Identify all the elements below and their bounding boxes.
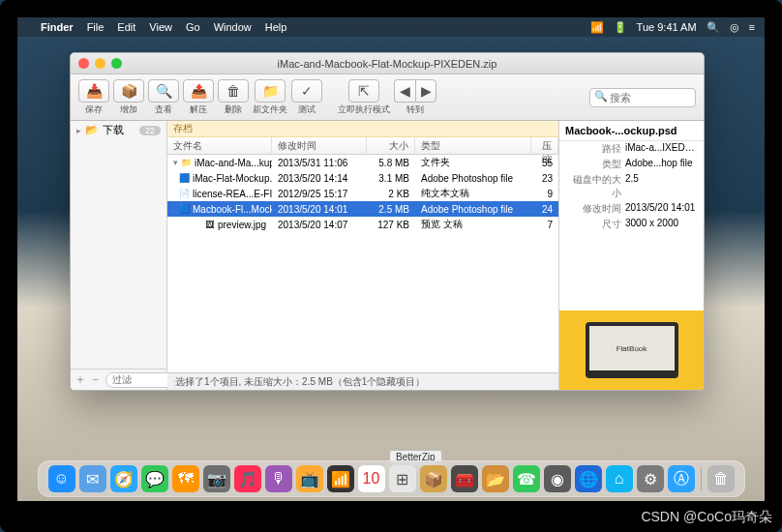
sidebar: ▸ 📂 下载 22 ＋ －	[71, 121, 167, 390]
menu-window[interactable]: Window	[214, 21, 252, 33]
app-menu[interactable]: Finder	[41, 21, 74, 33]
file-date: 2013/5/20 14:07	[272, 220, 367, 230]
desktop: Finder File Edit View Go Window Help 📶 🔋…	[17, 17, 765, 501]
col-name[interactable]: 文件名	[167, 137, 272, 154]
inspector-key: 尺寸	[565, 218, 621, 231]
menubar: Finder File Edit View Go Window Help 📶 🔋…	[17, 17, 765, 37]
dock-app[interactable]: 🗺	[172, 465, 199, 492]
file-size: 127 KB	[367, 220, 415, 230]
clock[interactable]: Tue 9:41 AM	[637, 21, 697, 33]
nav-fwd[interactable]: ▶	[415, 79, 436, 103]
dock-app[interactable]: 📺	[296, 465, 323, 492]
inspector-value: 3000 x 2000	[625, 218, 698, 231]
inspector-key: 修改时间	[565, 202, 621, 216]
tool-1[interactable]: 📦	[113, 79, 144, 103]
nav-back[interactable]: ◀	[394, 79, 415, 103]
dock-app[interactable]: ◉	[544, 465, 571, 492]
dock-app[interactable]: ☺	[48, 465, 75, 492]
table-row[interactable]: 📄license-REA...E-FIRST.txt2012/9/25 15:1…	[167, 186, 558, 201]
dock-app[interactable]: 💬	[141, 465, 168, 492]
inspector-value: 2013/5/20 14:01	[625, 202, 698, 216]
search-input[interactable]	[589, 88, 696, 107]
inspector-preview: FlatBook	[559, 310, 704, 390]
menu-go[interactable]: Go	[186, 21, 200, 33]
file-size: 5.8 MB	[367, 158, 415, 168]
tool-4[interactable]: 🗑	[218, 79, 249, 103]
dock-app[interactable]: ☎	[513, 465, 540, 492]
spotlight-icon[interactable]: 🔍	[707, 21, 720, 34]
disclosure-icon[interactable]: ▾	[173, 158, 178, 167]
toolbar: 📥保存📦增加🔍查看📤解压🗑删除📁新文件夹✓测试⇱立即执行模式◀▶转到	[71, 74, 704, 121]
dock-trash[interactable]: 🗑	[707, 465, 735, 492]
tool-3[interactable]: 📤	[183, 79, 214, 103]
sidebar-item-downloads[interactable]: ▸ 📂 下载 22	[71, 121, 166, 139]
zoom-button[interactable]	[111, 58, 122, 69]
sidebar-badge: 22	[139, 126, 161, 135]
dock-app[interactable]: ⊞	[389, 465, 416, 492]
col-size[interactable]: 大小	[367, 137, 415, 154]
menu-edit[interactable]: Edit	[117, 21, 135, 33]
table-row[interactable]: 🟦Macbook-Fl...Mockup.psd2013/5/20 14:012…	[167, 201, 558, 217]
tool-6[interactable]: ✓	[291, 79, 322, 103]
dock-app[interactable]: 🧰	[451, 465, 478, 492]
dock-app[interactable]: 📶	[327, 465, 354, 492]
menu-help[interactable]: Help	[265, 21, 287, 33]
wifi-icon[interactable]: 📶	[590, 21, 604, 34]
dock-app[interactable]: 🎵	[234, 465, 261, 492]
dock-app[interactable]: 🎙	[265, 465, 292, 492]
table-row[interactable]: 🖼preview.jpg2013/5/20 14:07127 KB预览 文稿7	[167, 217, 558, 232]
dock-app[interactable]: ⌂	[606, 465, 633, 492]
dock-app[interactable]: Ⓐ	[668, 465, 695, 492]
dock-app[interactable]: 📷	[203, 465, 230, 492]
tool-exec[interactable]: ⇱	[348, 79, 379, 103]
tool-0[interactable]: 📥	[78, 79, 109, 103]
sidebar-item-label: 下载	[103, 123, 124, 137]
file-type: 文件夹	[415, 156, 531, 169]
file-comp: 55	[531, 158, 558, 168]
file-type: Adobe Photoshop file	[415, 173, 531, 184]
menu-view[interactable]: View	[149, 21, 172, 33]
file-name: license-REA...E-FIRST.txt	[193, 189, 272, 199]
folder-icon: 📂	[85, 124, 99, 136]
menu-file[interactable]: File	[87, 21, 105, 33]
nav-label: 转到	[406, 103, 424, 116]
file-size: 3.1 MB	[367, 173, 415, 184]
dock-app[interactable]: 🧭	[110, 465, 137, 492]
remove-button[interactable]: －	[90, 371, 102, 388]
tool-label: 保存	[85, 103, 103, 116]
table-row[interactable]: ▾📁iMac-and-Ma...kup-PIXEDEN2013/5/31 11:…	[167, 155, 558, 170]
tool-label: 立即执行模式	[338, 103, 390, 116]
close-button[interactable]	[78, 58, 89, 69]
disclosure-icon[interactable]: ▸	[76, 126, 81, 135]
inspector-key: 磁盘中的大小	[565, 173, 621, 200]
tool-2[interactable]: 🔍	[148, 79, 179, 103]
file-type: Adobe Photoshop file	[415, 204, 531, 215]
file-comp: 9	[531, 189, 558, 199]
titlebar[interactable]: iMac-and-Macbook-Flat-Mockup-PIXEDEN.zip	[71, 53, 704, 74]
col-date[interactable]: 修改时间	[272, 137, 367, 154]
dock-app[interactable]: 🌐	[575, 465, 602, 492]
dock: ☺✉🧭💬🗺📷🎵🎙📺📶10⊞📦🧰📂☎◉🌐⌂⚙Ⓐ🗑	[38, 460, 745, 497]
dock-app[interactable]: ⚙	[637, 465, 664, 492]
dock-app[interactable]: 📦	[420, 465, 447, 492]
archive-notice: 存档	[167, 121, 558, 137]
col-comp[interactable]: 压缩	[531, 137, 558, 154]
inspector-value: Adobe...hop file	[625, 158, 698, 171]
col-type[interactable]: 类型	[415, 137, 531, 154]
inspector-row: 路径iMac-a...IXEDEN	[559, 141, 704, 157]
minimize-button[interactable]	[95, 58, 105, 69]
file-icon: 🟦	[179, 172, 190, 184]
battery-icon[interactable]: 🔋	[614, 21, 627, 34]
tool-label: 删除	[225, 103, 242, 116]
dock-app[interactable]: ✉	[79, 465, 106, 492]
inspector-value: 2.5	[625, 173, 698, 200]
dock-app[interactable]: 📂	[482, 465, 509, 492]
notification-icon[interactable]: ≡	[749, 21, 755, 33]
file-name: preview.jpg	[218, 220, 266, 230]
dock-app[interactable]: 10	[358, 465, 385, 492]
tool-5[interactable]: 📁	[255, 79, 286, 103]
inspector-row: 磁盘中的大小2.5	[559, 172, 704, 201]
table-row[interactable]: 🟦iMac-Flat-Mockup.psd2013/5/20 14:143.1 …	[167, 170, 558, 186]
add-button[interactable]: ＋	[75, 371, 86, 388]
siri-icon[interactable]: ◎	[730, 21, 739, 34]
